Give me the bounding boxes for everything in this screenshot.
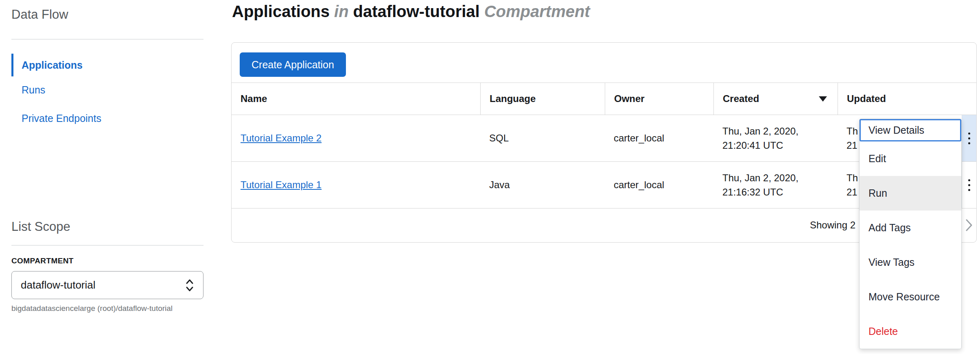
create-application-button[interactable]: Create Application: [240, 52, 346, 77]
column-header-updated[interactable]: Updated: [838, 83, 976, 115]
created-time: 21:16:32 UTC: [722, 185, 838, 199]
sidebar-divider: [11, 39, 203, 39]
menu-item-add-tags[interactable]: Add Tags: [860, 211, 961, 245]
list-scope-divider: [11, 245, 203, 245]
sidebar-title: Data Flow: [11, 7, 68, 22]
column-header-created[interactable]: Created: [713, 83, 838, 115]
menu-item-view-details[interactable]: View Details: [860, 119, 961, 141]
page-title-in: in: [334, 2, 349, 20]
showing-count-text: Showing 2: [810, 219, 855, 231]
row-actions-button[interactable]: [962, 162, 976, 208]
cell-language: Java: [480, 162, 605, 208]
compartment-path: bigdatadatasciencelarge (root)/dataflow-…: [11, 304, 173, 313]
column-header-created-label: Created: [723, 93, 759, 104]
created-date: Thu, Jan 2, 2020,: [722, 171, 838, 185]
cell-name: Tutorial Example 2: [232, 115, 480, 161]
row-actions-button[interactable]: [962, 115, 976, 161]
page-title-compartment-word: Compartment: [484, 2, 590, 20]
menu-item-move-resource[interactable]: Move Resource: [860, 280, 961, 314]
application-link[interactable]: Tutorial Example 1: [241, 179, 480, 191]
sidebar-item-private-endpoints[interactable]: Private Endpoints: [11, 113, 101, 124]
page-title-compartment-name: dataflow-tutorial: [353, 2, 480, 20]
pagination-next-icon: [965, 219, 973, 232]
row-actions-context-menu: View Details Edit Run Add Tags View Tags…: [859, 119, 962, 349]
compartment-select-value: dataflow-tutorial: [21, 279, 96, 291]
sidebar-item-applications[interactable]: Applications: [11, 54, 83, 76]
menu-item-run[interactable]: Run: [860, 176, 961, 211]
table-header-row: Name Language Owner Created Updated: [232, 83, 976, 115]
sidebar-item-runs[interactable]: Runs: [11, 84, 45, 96]
column-header-owner[interactable]: Owner: [605, 83, 713, 115]
kebab-menu-icon: [968, 132, 970, 144]
page-title-resource: Applications: [232, 2, 330, 20]
table-toolbar: Create Application: [232, 43, 976, 83]
created-time: 21:20:41 UTC: [722, 138, 838, 152]
cell-created: Thu, Jan 2, 2020, 21:20:41 UTC: [713, 115, 838, 161]
list-scope-title: List Scope: [11, 219, 70, 234]
cell-owner: carter_local: [605, 162, 713, 208]
cell-created: Thu, Jan 2, 2020, 21:16:32 UTC: [713, 162, 838, 208]
menu-item-edit[interactable]: Edit: [860, 141, 961, 176]
column-header-language[interactable]: Language: [480, 83, 605, 115]
created-date: Thu, Jan 2, 2020,: [722, 124, 838, 138]
sort-desc-icon: [819, 96, 827, 102]
compartment-label: COMPARTMENT: [11, 256, 74, 265]
menu-item-view-tags[interactable]: View Tags: [860, 245, 961, 280]
menu-item-delete[interactable]: Delete: [860, 314, 961, 349]
compartment-stepper-icon: [185, 278, 194, 293]
cell-language: SQL: [480, 115, 605, 161]
pagination-next-button[interactable]: [961, 208, 976, 242]
page-title: Applicationsindataflow-tutorialCompartme…: [232, 2, 595, 21]
cell-name: Tutorial Example 1: [232, 162, 480, 208]
column-header-name[interactable]: Name: [232, 83, 480, 115]
compartment-select[interactable]: dataflow-tutorial: [11, 271, 203, 299]
kebab-menu-icon: [968, 179, 970, 191]
cell-owner: carter_local: [605, 115, 713, 161]
dataflow-console-page: Data Flow Applications Runs Private Endp…: [0, 0, 980, 354]
application-link[interactable]: Tutorial Example 2: [241, 132, 480, 144]
